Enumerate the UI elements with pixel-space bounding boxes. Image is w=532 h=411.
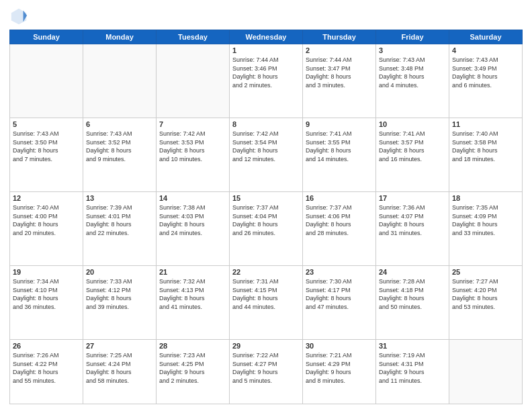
- day-info: Sunrise: 7:42 AM Sunset: 3:53 PM Dayligh…: [159, 130, 226, 163]
- day-number: 2: [306, 46, 373, 54]
- day-number: 17: [379, 194, 446, 202]
- day-number: 3: [379, 46, 446, 54]
- day-number: 22: [232, 268, 300, 276]
- day-info: Sunrise: 7:31 AM Sunset: 4:15 PM Dayligh…: [232, 277, 300, 311]
- day-number: 20: [86, 268, 153, 276]
- day-number: 15: [232, 194, 300, 202]
- logo-icon: [9, 7, 28, 26]
- weekday-header: Tuesday: [157, 30, 230, 44]
- calendar-cell: [449, 340, 523, 404]
- day-number: 30: [306, 342, 373, 350]
- day-info: Sunrise: 7:36 AM Sunset: 4:07 PM Dayligh…: [379, 203, 446, 237]
- day-number: 9: [306, 120, 373, 128]
- calendar-cell: 30Sunrise: 7:21 AM Sunset: 4:29 PM Dayli…: [303, 340, 376, 404]
- day-number: 13: [86, 194, 153, 202]
- calendar-row: 26Sunrise: 7:26 AM Sunset: 4:22 PM Dayli…: [10, 340, 523, 404]
- day-number: 1: [232, 46, 300, 54]
- calendar-row: 5Sunrise: 7:43 AM Sunset: 3:50 PM Daylig…: [10, 118, 523, 192]
- weekday-header: Saturday: [449, 30, 523, 44]
- calendar-cell: 11Sunrise: 7:40 AM Sunset: 3:58 PM Dayli…: [449, 118, 523, 192]
- calendar-cell: 21Sunrise: 7:32 AM Sunset: 4:13 PM Dayli…: [157, 266, 230, 340]
- day-number: 8: [232, 120, 300, 128]
- calendar-row: 1Sunrise: 7:44 AM Sunset: 3:46 PM Daylig…: [10, 44, 523, 118]
- weekday-header: Monday: [83, 30, 157, 44]
- calendar-cell: 15Sunrise: 7:37 AM Sunset: 4:04 PM Dayli…: [230, 192, 303, 266]
- calendar-cell: 12Sunrise: 7:40 AM Sunset: 4:00 PM Dayli…: [10, 192, 83, 266]
- day-info: Sunrise: 7:44 AM Sunset: 3:47 PM Dayligh…: [306, 56, 373, 89]
- calendar-cell: 4Sunrise: 7:43 AM Sunset: 3:49 PM Daylig…: [449, 44, 523, 118]
- calendar-cell: 28Sunrise: 7:23 AM Sunset: 4:25 PM Dayli…: [157, 340, 230, 404]
- day-info: Sunrise: 7:38 AM Sunset: 4:03 PM Dayligh…: [159, 203, 226, 237]
- day-info: Sunrise: 7:25 AM Sunset: 4:24 PM Dayligh…: [86, 351, 153, 385]
- calendar-cell: 18Sunrise: 7:35 AM Sunset: 4:09 PM Dayli…: [449, 192, 523, 266]
- day-number: 23: [306, 268, 373, 276]
- calendar-cell: 17Sunrise: 7:36 AM Sunset: 4:07 PM Dayli…: [376, 192, 449, 266]
- calendar-cell: 24Sunrise: 7:28 AM Sunset: 4:18 PM Dayli…: [376, 266, 449, 340]
- weekday-header-row: SundayMondayTuesdayWednesdayThursdayFrid…: [10, 30, 523, 44]
- day-info: Sunrise: 7:37 AM Sunset: 4:06 PM Dayligh…: [306, 203, 373, 237]
- day-info: Sunrise: 7:39 AM Sunset: 4:01 PM Dayligh…: [86, 203, 153, 237]
- calendar-cell: 7Sunrise: 7:42 AM Sunset: 3:53 PM Daylig…: [157, 118, 230, 192]
- day-number: 19: [13, 268, 80, 276]
- day-info: Sunrise: 7:35 AM Sunset: 4:09 PM Dayligh…: [452, 203, 519, 237]
- calendar-cell: 25Sunrise: 7:27 AM Sunset: 4:20 PM Dayli…: [449, 266, 523, 340]
- day-info: Sunrise: 7:43 AM Sunset: 3:49 PM Dayligh…: [452, 56, 519, 89]
- weekday-header: Thursday: [303, 30, 376, 44]
- calendar-cell: 2Sunrise: 7:44 AM Sunset: 3:47 PM Daylig…: [303, 44, 376, 118]
- calendar-cell: 13Sunrise: 7:39 AM Sunset: 4:01 PM Dayli…: [83, 192, 157, 266]
- calendar-cell: 6Sunrise: 7:43 AM Sunset: 3:52 PM Daylig…: [83, 118, 157, 192]
- day-info: Sunrise: 7:41 AM Sunset: 3:55 PM Dayligh…: [306, 130, 373, 163]
- day-info: Sunrise: 7:41 AM Sunset: 3:57 PM Dayligh…: [379, 130, 446, 163]
- calendar-cell: 22Sunrise: 7:31 AM Sunset: 4:15 PM Dayli…: [230, 266, 303, 340]
- day-info: Sunrise: 7:19 AM Sunset: 4:31 PM Dayligh…: [379, 351, 446, 385]
- day-info: Sunrise: 7:26 AM Sunset: 4:22 PM Dayligh…: [13, 351, 80, 385]
- day-number: 26: [13, 342, 80, 350]
- day-number: 4: [452, 46, 519, 54]
- day-number: 10: [379, 120, 446, 128]
- day-info: Sunrise: 7:43 AM Sunset: 3:52 PM Dayligh…: [86, 130, 153, 163]
- day-number: 7: [159, 120, 226, 128]
- calendar-cell: 9Sunrise: 7:41 AM Sunset: 3:55 PM Daylig…: [303, 118, 376, 192]
- weekday-header: Wednesday: [230, 30, 303, 44]
- day-number: 14: [159, 194, 226, 202]
- calendar-cell: 16Sunrise: 7:37 AM Sunset: 4:06 PM Dayli…: [303, 192, 376, 266]
- calendar-row: 12Sunrise: 7:40 AM Sunset: 4:00 PM Dayli…: [10, 192, 523, 266]
- calendar-cell: [83, 44, 157, 118]
- calendar-cell: 1Sunrise: 7:44 AM Sunset: 3:46 PM Daylig…: [230, 44, 303, 118]
- day-info: Sunrise: 7:33 AM Sunset: 4:12 PM Dayligh…: [86, 277, 153, 311]
- day-number: 11: [452, 120, 519, 128]
- day-info: Sunrise: 7:40 AM Sunset: 3:58 PM Dayligh…: [452, 130, 519, 163]
- day-number: 18: [452, 194, 519, 202]
- day-number: 27: [86, 342, 153, 350]
- logo: [9, 7, 31, 26]
- calendar-cell: 29Sunrise: 7:22 AM Sunset: 4:27 PM Dayli…: [230, 340, 303, 404]
- day-number: 29: [232, 342, 300, 350]
- calendar-cell: 23Sunrise: 7:30 AM Sunset: 4:17 PM Dayli…: [303, 266, 376, 340]
- day-number: 24: [379, 268, 446, 276]
- day-number: 28: [159, 342, 226, 350]
- calendar-cell: 26Sunrise: 7:26 AM Sunset: 4:22 PM Dayli…: [10, 340, 83, 404]
- day-info: Sunrise: 7:27 AM Sunset: 4:20 PM Dayligh…: [452, 277, 519, 311]
- calendar-cell: 10Sunrise: 7:41 AM Sunset: 3:57 PM Dayli…: [376, 118, 449, 192]
- page: SundayMondayTuesdayWednesdayThursdayFrid…: [0, 0, 532, 411]
- weekday-header: Sunday: [10, 30, 83, 44]
- header: [9, 7, 523, 26]
- calendar-cell: [10, 44, 83, 118]
- calendar-cell: 3Sunrise: 7:43 AM Sunset: 3:48 PM Daylig…: [376, 44, 449, 118]
- day-info: Sunrise: 7:22 AM Sunset: 4:27 PM Dayligh…: [232, 351, 300, 385]
- day-number: 16: [306, 194, 373, 202]
- day-info: Sunrise: 7:44 AM Sunset: 3:46 PM Dayligh…: [232, 56, 300, 89]
- calendar-cell: 27Sunrise: 7:25 AM Sunset: 4:24 PM Dayli…: [83, 340, 157, 404]
- day-number: 25: [452, 268, 519, 276]
- calendar-cell: 20Sunrise: 7:33 AM Sunset: 4:12 PM Dayli…: [83, 266, 157, 340]
- day-number: 6: [86, 120, 153, 128]
- calendar-cell: 5Sunrise: 7:43 AM Sunset: 3:50 PM Daylig…: [10, 118, 83, 192]
- day-number: 31: [379, 342, 446, 350]
- calendar-cell: 14Sunrise: 7:38 AM Sunset: 4:03 PM Dayli…: [157, 192, 230, 266]
- day-info: Sunrise: 7:34 AM Sunset: 4:10 PM Dayligh…: [13, 277, 80, 311]
- day-info: Sunrise: 7:28 AM Sunset: 4:18 PM Dayligh…: [379, 277, 446, 311]
- day-number: 12: [13, 194, 80, 202]
- day-info: Sunrise: 7:43 AM Sunset: 3:50 PM Dayligh…: [13, 130, 80, 163]
- day-info: Sunrise: 7:42 AM Sunset: 3:54 PM Dayligh…: [232, 130, 300, 163]
- weekday-header: Friday: [376, 30, 449, 44]
